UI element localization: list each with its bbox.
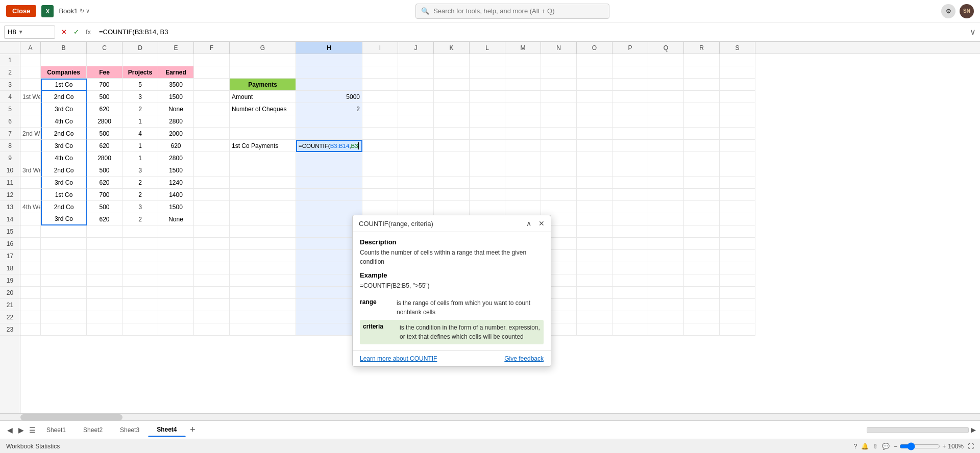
cell-R6[interactable] — [684, 115, 720, 128]
cell-R17[interactable] — [684, 250, 720, 262]
cell-A3[interactable] — [20, 79, 41, 91]
cell-M1[interactable] — [505, 54, 541, 66]
cell-Q3[interactable] — [648, 79, 684, 91]
cell-D20[interactable] — [122, 287, 158, 299]
cell-P12[interactable] — [612, 189, 648, 201]
cell-S21[interactable] — [720, 299, 755, 311]
row-num-12[interactable]: 12 — [0, 189, 20, 201]
cell-B20[interactable] — [41, 287, 87, 299]
cell-H12[interactable] — [296, 189, 362, 201]
cell-I7[interactable] — [362, 128, 398, 140]
cell-Q14[interactable] — [648, 213, 684, 225]
cell-B23[interactable] — [41, 323, 87, 336]
sheets-right-arrow[interactable]: ▶ — [971, 426, 976, 434]
cell-C14[interactable]: 620 — [87, 213, 122, 225]
cell-D23[interactable] — [122, 323, 158, 336]
cell-O19[interactable] — [577, 274, 612, 287]
cell-N1[interactable] — [541, 54, 577, 66]
cell-A17[interactable] — [20, 250, 41, 262]
cell-E10[interactable]: 1500 — [158, 164, 194, 177]
cell-B15[interactable] — [41, 225, 87, 238]
cell-Q23[interactable] — [648, 323, 684, 336]
cell-D1[interactable] — [122, 54, 158, 66]
cell-O23[interactable] — [577, 323, 612, 336]
cell-C13[interactable]: 500 — [87, 201, 122, 213]
cell-N13[interactable] — [541, 201, 577, 213]
cell-Q6[interactable] — [648, 115, 684, 128]
cell-R2[interactable] — [684, 66, 720, 79]
cell-A15[interactable] — [20, 225, 41, 238]
cell-G11[interactable] — [230, 177, 296, 189]
cell-B13[interactable]: 2nd Co — [41, 201, 87, 213]
cell-K10[interactable] — [434, 164, 470, 177]
cell-P19[interactable] — [612, 274, 648, 287]
cell-O13[interactable] — [577, 201, 612, 213]
cell-R13[interactable] — [684, 201, 720, 213]
row-num-7[interactable]: 7 — [0, 128, 20, 140]
cell-N4[interactable] — [541, 91, 577, 103]
cell-B4[interactable]: 2nd Co — [41, 91, 87, 103]
cell-C17[interactable] — [87, 250, 122, 262]
cell-C20[interactable] — [87, 287, 122, 299]
cell-F9[interactable] — [194, 152, 230, 164]
cell-O17[interactable] — [577, 250, 612, 262]
cell-L11[interactable] — [470, 177, 505, 189]
cell-R14[interactable] — [684, 213, 720, 225]
cell-G10[interactable] — [230, 164, 296, 177]
give-feedback-link[interactable]: Give feedback — [504, 355, 544, 362]
cell-N11[interactable] — [541, 177, 577, 189]
cell-K4[interactable] — [434, 91, 470, 103]
cell-D3[interactable]: 5 — [122, 79, 158, 91]
cell-A14[interactable] — [20, 213, 41, 225]
cell-A2[interactable] — [20, 66, 41, 79]
cell-E5[interactable]: None — [158, 103, 194, 115]
cell-D14[interactable]: 2 — [122, 213, 158, 225]
cell-R1[interactable] — [684, 54, 720, 66]
cell-M5[interactable] — [505, 103, 541, 115]
cell-C10[interactable]: 500 — [87, 164, 122, 177]
cell-C4[interactable]: 500 — [87, 91, 122, 103]
cell-A23[interactable] — [20, 323, 41, 336]
row-num-9[interactable]: 9 — [0, 152, 20, 164]
cell-S15[interactable] — [720, 225, 755, 238]
row-num-5[interactable]: 5 — [0, 103, 20, 115]
tab-sheet4[interactable]: Sheet4 — [148, 423, 185, 437]
cell-Q12[interactable] — [648, 189, 684, 201]
cell-P17[interactable] — [612, 250, 648, 262]
cell-S23[interactable] — [720, 323, 755, 336]
cell-P16[interactable] — [612, 238, 648, 250]
cell-J12[interactable] — [398, 189, 434, 201]
cell-E21[interactable] — [158, 299, 194, 311]
col-header-B[interactable]: B — [41, 42, 87, 54]
sheet-nav-next[interactable]: ▶ — [15, 424, 27, 436]
cell-A22[interactable] — [20, 311, 41, 323]
cell-Q18[interactable] — [648, 262, 684, 274]
cell-L2[interactable] — [470, 66, 505, 79]
cell-D7[interactable]: 4 — [122, 128, 158, 140]
cell-F18[interactable] — [194, 262, 230, 274]
cell-O8[interactable] — [577, 140, 612, 152]
cell-P4[interactable] — [612, 91, 648, 103]
col-header-M[interactable]: M — [505, 42, 541, 54]
cell-A4[interactable]: 1st Week — [20, 91, 41, 103]
cell-A12[interactable] — [20, 189, 41, 201]
cell-G22[interactable] — [230, 311, 296, 323]
cell-E12[interactable]: 1400 — [158, 189, 194, 201]
cell-J11[interactable] — [398, 177, 434, 189]
cell-L10[interactable] — [470, 164, 505, 177]
col-header-D[interactable]: D — [122, 42, 158, 54]
fullscreen-button[interactable]: ⛶ — [968, 443, 974, 450]
cell-F15[interactable] — [194, 225, 230, 238]
cell-E16[interactable] — [158, 238, 194, 250]
cell-Q20[interactable] — [648, 287, 684, 299]
cell-D21[interactable] — [122, 299, 158, 311]
cell-L12[interactable] — [470, 189, 505, 201]
cell-E4[interactable]: 1500 — [158, 91, 194, 103]
cell-K7[interactable] — [434, 128, 470, 140]
cell-P22[interactable] — [612, 311, 648, 323]
cell-B1[interactable] — [41, 54, 87, 66]
col-header-A[interactable]: A — [20, 42, 41, 54]
cell-I11[interactable] — [362, 177, 398, 189]
cell-A8[interactable] — [20, 140, 41, 152]
cell-M12[interactable] — [505, 189, 541, 201]
